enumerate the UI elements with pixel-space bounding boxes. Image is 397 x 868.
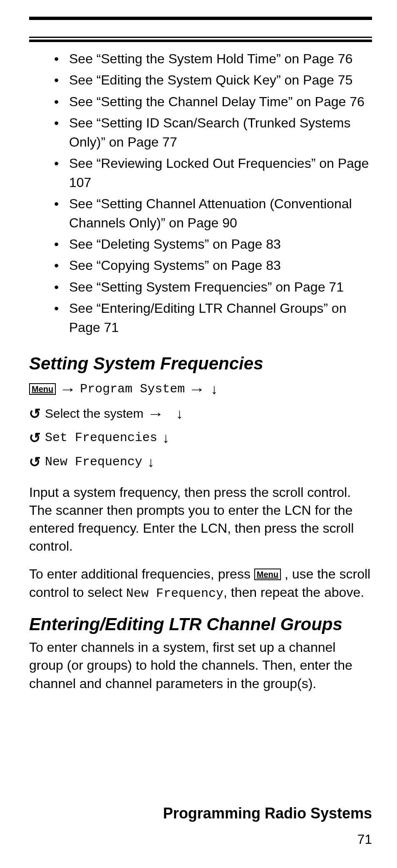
nav-text: Program System	[80, 379, 185, 399]
nav-step: Menu → Program System → ↓	[29, 378, 372, 400]
arrow-right-icon: →	[60, 378, 77, 400]
scroll-icon: ↻	[29, 402, 41, 425]
text: To enter additional frequencies, press	[29, 566, 254, 581]
double-rule	[29, 37, 372, 42]
menu-key-icon: Menu	[254, 569, 281, 580]
nav-step: ↻ Set Frequencies ↓	[29, 427, 372, 449]
section-heading: Entering/Editing LTR Channel Groups	[29, 614, 372, 634]
footer-chapter-title: Programming Radio Systems	[163, 805, 372, 822]
arrow-down-icon: ↓	[211, 378, 218, 400]
list-item: See “Deleting Systems” on Page 83	[54, 235, 372, 254]
arrow-down-icon: ↓	[176, 402, 183, 425]
nav-step: ↻ New Frequency ↓	[29, 451, 372, 473]
arrow-down-icon: ↓	[147, 451, 154, 473]
list-item: See “Setting Channel Attenuation (Conven…	[54, 195, 372, 232]
code-text: New Frequency	[126, 586, 223, 601]
menu-key-icon: Menu	[29, 383, 56, 395]
arrow-right-icon: →	[147, 402, 164, 425]
list-item: See “Setting the Channel Delay Time” on …	[54, 92, 372, 111]
arrow-down-icon: ↓	[162, 427, 169, 449]
list-item: See “Copying Systems” on Page 83	[54, 256, 372, 275]
paragraph: To enter additional frequencies, press M…	[29, 565, 372, 602]
nav-step: ↻ Select the system → ↓	[29, 402, 372, 425]
list-item: See “Reviewing Locked Out Frequencies” o…	[54, 154, 372, 192]
page-number: 71	[357, 832, 372, 847]
page: See “Setting the System Hold Time” on Pa…	[0, 0, 397, 868]
paragraph: To enter channels in a system, first set…	[29, 639, 372, 693]
scroll-icon: ↻	[29, 427, 41, 449]
list-item: See “Entering/Editing LTR Channel Groups…	[54, 299, 372, 337]
list-item: See “Setting ID Scan/Search (Trunked Sys…	[54, 114, 372, 152]
reference-list: See “Setting the System Hold Time” on Pa…	[29, 50, 372, 337]
section-heading: Setting System Frequencies	[29, 354, 372, 374]
top-rule	[29, 17, 372, 20]
paragraph: Input a system frequency, then press the…	[29, 484, 372, 556]
arrow-right-icon: →	[189, 378, 206, 400]
scroll-icon: ↻	[29, 451, 41, 473]
list-item: See “Setting the System Hold Time” on Pa…	[54, 50, 372, 68]
nav-text: New Frequency	[45, 452, 142, 472]
text: , then repeat the above.	[223, 585, 364, 600]
nav-text: Set Frequencies	[45, 428, 157, 448]
nav-text: Select the system	[45, 404, 144, 424]
list-item: See “Editing the System Quick Key” on Pa…	[54, 71, 372, 90]
list-item: See “Setting System Frequencies” on Page…	[54, 278, 372, 297]
